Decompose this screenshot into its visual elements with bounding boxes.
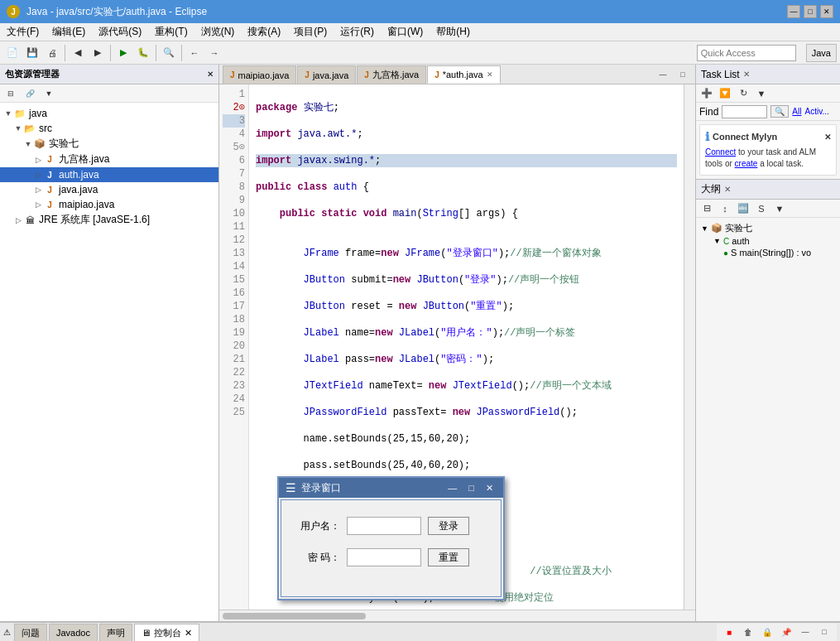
task-new-button[interactable]: ➕	[698, 84, 716, 103]
expand-src-arrow[interactable]: ▼	[13, 124, 23, 133]
menu-help[interactable]: 帮助(H)	[430, 23, 477, 41]
expand-shiyqi-arrow[interactable]: ▼	[23, 140, 33, 148]
menu-edit[interactable]: 编辑(E)	[46, 23, 92, 41]
menu-window[interactable]: 窗口(W)	[381, 23, 430, 41]
menu-navigate[interactable]: 浏览(N)	[194, 23, 242, 41]
menu-project[interactable]: 项目(P)	[287, 23, 334, 41]
reset-button[interactable]: 重置	[428, 548, 469, 566]
mylyn-title-text: Connect Mylyn	[713, 132, 777, 142]
expand-java-arrow[interactable]: ▼	[3, 109, 13, 118]
login-button[interactable]: 登录	[428, 517, 469, 535]
console-stop-button[interactable]: ■	[720, 623, 738, 641]
maximize-editor-button[interactable]: □	[674, 65, 692, 84]
outline-sort-button[interactable]: ↕	[716, 200, 734, 218]
new-button[interactable]: 📄	[3, 44, 22, 62]
explorer-menu-button[interactable]: ▼	[40, 84, 58, 103]
search-button[interactable]: 🔍	[160, 44, 178, 62]
menu-search[interactable]: 搜索(A)	[241, 23, 287, 41]
maximize-console-button[interactable]: □	[815, 623, 833, 641]
javadoc-label: Javadoc	[56, 628, 90, 638]
maipiao-arrow[interactable]: ▷	[33, 200, 43, 209]
forward-button[interactable]: ▶	[89, 44, 107, 62]
expand-package-arrow[interactable]: ▼	[701, 224, 708, 233]
auth-arrow[interactable]: ▷	[33, 171, 43, 179]
console-tab-close[interactable]: ✕	[185, 628, 192, 639]
find-button[interactable]: 🔍	[770, 105, 789, 118]
problems-label: 问题	[22, 627, 40, 639]
debug-button[interactable]: 🐛	[134, 44, 152, 62]
close-button[interactable]: ✕	[820, 5, 833, 18]
console-clear-button[interactable]: 🗑	[739, 623, 757, 641]
outline-menu-button[interactable]: ▼	[770, 200, 789, 218]
editor-hscroll[interactable]	[219, 610, 695, 621]
quick-access-box[interactable]	[697, 45, 796, 61]
tab-problems[interactable]: 问题	[14, 624, 47, 642]
task-menu-button[interactable]: ▼	[752, 84, 770, 103]
outline-close[interactable]: ✕	[721, 183, 734, 196]
next-edit-button[interactable]: →	[205, 44, 223, 62]
tab-maipiao[interactable]: J maipiao.java	[223, 65, 296, 84]
tab-declaration[interactable]: 声明	[99, 624, 132, 642]
task-filter-button[interactable]: 🔽	[716, 84, 734, 103]
print-button[interactable]: 🖨	[43, 44, 61, 62]
separator-3	[156, 45, 156, 61]
menu-file[interactable]: 文件(F)	[0, 23, 46, 41]
all-link[interactable]: All	[792, 107, 801, 116]
task-list-close[interactable]: ✕	[740, 68, 753, 81]
connect-link[interactable]: Connect	[705, 147, 736, 157]
minimize-console-button[interactable]: —	[796, 623, 814, 641]
close-mylyn-button[interactable]: ✕	[824, 133, 831, 142]
console-pin-button[interactable]: 📌	[777, 623, 795, 641]
jre-arrow[interactable]: ▷	[13, 216, 23, 224]
link-with-editor-button[interactable]: 🔗	[21, 84, 39, 103]
dialog-minimize[interactable]: —	[444, 483, 460, 493]
menu-refactor[interactable]: 重构(T)	[148, 23, 194, 41]
tab-auth[interactable]: J *auth.java ✕	[427, 65, 501, 84]
tree-item-java[interactable]: ▼ 📁 java	[0, 106, 218, 121]
editor-vscroll[interactable]	[684, 84, 695, 610]
tree-item-src[interactable]: ▼ 📂 src	[0, 121, 218, 136]
find-input[interactable]	[722, 105, 767, 118]
outline-item-class[interactable]: ▼ C auth	[699, 235, 837, 247]
menu-source[interactable]: 源代码(S)	[92, 23, 148, 41]
outline-hide-static-button[interactable]: S	[752, 200, 770, 218]
collapse-all-button[interactable]: ⊟	[2, 84, 20, 103]
minimize-button[interactable]: —	[787, 5, 800, 18]
create-link[interactable]: create	[735, 159, 758, 168]
console-scroll-lock-button[interactable]: 🔒	[758, 623, 776, 641]
auth-tab-close[interactable]: ✕	[487, 70, 493, 79]
tree-item-auth[interactable]: ▷ J auth.java	[0, 167, 218, 182]
back-button[interactable]: ◀	[69, 44, 87, 62]
perspective-java[interactable]: Java	[806, 44, 837, 62]
prev-edit-button[interactable]: ←	[185, 44, 204, 62]
expand-class-arrow[interactable]: ▼	[713, 237, 721, 245]
dialog-close[interactable]: ✕	[482, 483, 497, 494]
username-input[interactable]	[347, 517, 421, 535]
tab-java[interactable]: J java.java	[297, 65, 356, 84]
tab-console[interactable]: 🖥 控制台 ✕	[134, 624, 199, 642]
tree-item-jre[interactable]: ▷ 🏛 JRE 系统库 [JavaSE-1.6]	[0, 212, 218, 228]
password-input[interactable]	[347, 548, 421, 566]
tab-jiugongge[interactable]: J 九宫格.java	[357, 65, 426, 84]
tree-item-shiyqi[interactable]: ▼ 📦 实验七	[0, 136, 218, 152]
tree-item-jiugongge[interactable]: ▷ J 九宫格.java	[0, 152, 218, 167]
close-explorer-icon[interactable]: ✕	[207, 70, 214, 79]
javajava-arrow[interactable]: ▷	[33, 186, 43, 194]
outline-item-package[interactable]: ▼ 📦 实验七	[699, 221, 837, 235]
tab-javadoc[interactable]: Javadoc	[49, 624, 98, 642]
quick-access-input[interactable]	[701, 48, 792, 58]
outline-hide-fields-button[interactable]: 🔤	[734, 200, 752, 218]
outline-collapse-button[interactable]: ⊟	[698, 200, 716, 218]
save-button[interactable]: 💾	[23, 44, 41, 62]
outline-item-main[interactable]: ● S main(String[]) : vo	[699, 247, 837, 258]
dialog-maximize[interactable]: □	[465, 483, 478, 493]
jiugongge-arrow[interactable]: ▷	[33, 156, 43, 164]
activ-link[interactable]: Activ...	[804, 107, 828, 116]
tree-item-maipiao[interactable]: ▷ J maipiao.java	[0, 197, 218, 212]
maximize-button[interactable]: □	[804, 5, 817, 18]
minimize-editor-button[interactable]: —	[654, 65, 672, 84]
menu-run[interactable]: 运行(R)	[334, 23, 381, 41]
task-refresh-button[interactable]: ↻	[734, 84, 752, 103]
tree-item-javajava[interactable]: ▷ J java.java	[0, 182, 218, 197]
run-button[interactable]: ▶	[114, 44, 132, 62]
